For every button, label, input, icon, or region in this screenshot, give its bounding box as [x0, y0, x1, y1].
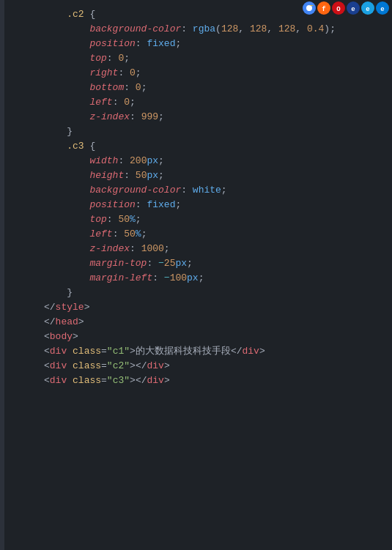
- val-white: white: [193, 183, 221, 198]
- line-left-0: left: 0;: [44, 95, 392, 110]
- style-tag-close: style: [56, 300, 84, 315]
- close-brace-c2: }: [44, 125, 73, 139]
- prop-zindex2: z-index: [44, 242, 130, 256]
- val-top: 0: [118, 51, 124, 66]
- prop-bg-white: background-color: [44, 183, 181, 198]
- val-zindex-1000: 1000: [141, 242, 164, 256]
- val-top-pct: %: [130, 212, 136, 227]
- val-neg-sign-mt: −: [158, 256, 164, 271]
- line-zindex-1000: z-index: 1000;: [44, 242, 392, 256]
- svg-text:C: C: [308, 6, 311, 12]
- prop-position2: position: [44, 198, 136, 212]
- line-bottom-0: bottom: 0;: [44, 81, 392, 95]
- prop-top: top: [44, 51, 107, 66]
- edge-icon: e: [376, 1, 389, 15]
- prop-position: position: [44, 37, 136, 51]
- line-c3-open: .c3 {: [44, 139, 392, 154]
- val-ml-num: 100: [170, 271, 187, 286]
- prop-top2: top: [44, 212, 107, 227]
- prop-height: height: [44, 168, 124, 183]
- val-right: 0: [130, 66, 136, 81]
- line-c3-close: }: [44, 286, 392, 300]
- prop-left2: left: [44, 227, 113, 242]
- val-zindex: 999: [141, 110, 158, 125]
- val-neg-sign-ml: −: [164, 271, 170, 286]
- line-height: height: 50px;: [44, 168, 392, 183]
- val-width-unit: px: [147, 154, 158, 168]
- open-body-gt: >: [73, 330, 78, 344]
- div-c2-attr-val: "c2": [107, 359, 130, 374]
- open-body-lt: <: [44, 330, 50, 344]
- prop-bottom: bottom: [44, 81, 124, 95]
- line-zindex-999: z-index: 999;: [44, 110, 392, 125]
- svg-text:e: e: [366, 6, 369, 13]
- line-div-c3: <div class="c3"></div>: [44, 374, 392, 388]
- browser-icons-bar: C f O e e e: [300, 0, 392, 16]
- prop-margin-left: margin-left: [44, 271, 152, 286]
- div-c3-tag: div: [50, 374, 67, 388]
- line-position-fixed: position: fixed;: [44, 37, 392, 51]
- line-bg-white: background-color: white;: [44, 183, 392, 198]
- val-fixed2: fixed: [147, 198, 175, 212]
- line-width: width: 200px;: [44, 154, 392, 168]
- line-margin-top: margin-top: −25px;: [44, 256, 392, 271]
- val-left-50: 50: [124, 227, 136, 242]
- val-mt-num: 25: [164, 256, 176, 271]
- val-width-num: 200: [130, 154, 147, 168]
- line-margin-left: margin-left: −100px;: [44, 271, 392, 286]
- val-left: 0: [124, 95, 130, 110]
- line-left-50: left: 50%;: [44, 227, 392, 242]
- svg-text:O: O: [336, 6, 341, 13]
- chrome-icon: C: [303, 1, 316, 15]
- line-top-50: top: 50%;: [44, 212, 392, 227]
- close-style-gt: >: [84, 300, 90, 315]
- val-rgba-fn: rgba: [193, 22, 215, 37]
- firefox-icon: f: [317, 1, 330, 15]
- val-top-50: 50: [118, 212, 130, 227]
- ie-icon: e: [361, 1, 374, 15]
- svg-text:f: f: [322, 6, 325, 13]
- div-c2-attr-class: class: [73, 359, 101, 374]
- open-brace: {: [89, 7, 95, 22]
- line-c2-close: }: [44, 125, 392, 139]
- prop-zindex: z-index: [44, 110, 130, 125]
- opera-icon: O: [332, 1, 345, 15]
- div-c1-tag: div: [50, 344, 67, 359]
- prop-width: width: [44, 154, 118, 168]
- code-editor-area: .c2 { background-color: rgba(128, 128, 1…: [0, 0, 392, 394]
- body-tag-open: body: [50, 330, 73, 344]
- div-c3-attr-val: "c3": [107, 374, 130, 388]
- line-close-head: </head>: [44, 315, 392, 330]
- div-c1-attr-class: class: [73, 344, 101, 359]
- c3-selector: .c3: [44, 139, 89, 154]
- val-mt-unit: px: [175, 256, 187, 271]
- line-bg-color: background-color: rgba(128, 128, 128, 0.…: [44, 22, 392, 37]
- close-head-bracket: </: [44, 315, 56, 330]
- svg-text:e: e: [351, 6, 355, 13]
- div-c1-text: 的大数据科技科技手段: [136, 344, 231, 359]
- val-height-num: 50: [136, 168, 147, 183]
- close-brace-c3: }: [44, 286, 73, 300]
- close-style-bracket: </: [44, 300, 56, 315]
- div-c3-attr-class: class: [73, 374, 101, 388]
- prop-bg-color: background-color: [44, 22, 181, 37]
- prop-margin-top: margin-top: [44, 256, 147, 271]
- val-fixed: fixed: [147, 37, 175, 51]
- val-ml-unit: px: [187, 271, 199, 286]
- close-head-gt: >: [78, 315, 84, 330]
- svg-text:e: e: [380, 6, 384, 13]
- div-c2-tag: div: [50, 359, 67, 374]
- val-bottom: 0: [136, 81, 141, 95]
- val-height-unit: px: [147, 168, 158, 183]
- c2-selector: .c2: [44, 7, 89, 22]
- div-c1-attr-val: "c1": [107, 344, 130, 359]
- line-right-0: right: 0;: [44, 66, 392, 81]
- ie-old-icon: e: [347, 1, 360, 15]
- line-div-c2: <div class="c2"></div>: [44, 359, 392, 374]
- line-position-fixed2: position: fixed;: [44, 198, 392, 212]
- line-close-style: </style>: [44, 300, 392, 315]
- prop-right: right: [44, 66, 118, 81]
- line-top-0: top: 0;: [44, 51, 392, 66]
- editor: C f O e e e .c2 {: [0, 0, 392, 550]
- line-open-body: <body>: [44, 330, 392, 344]
